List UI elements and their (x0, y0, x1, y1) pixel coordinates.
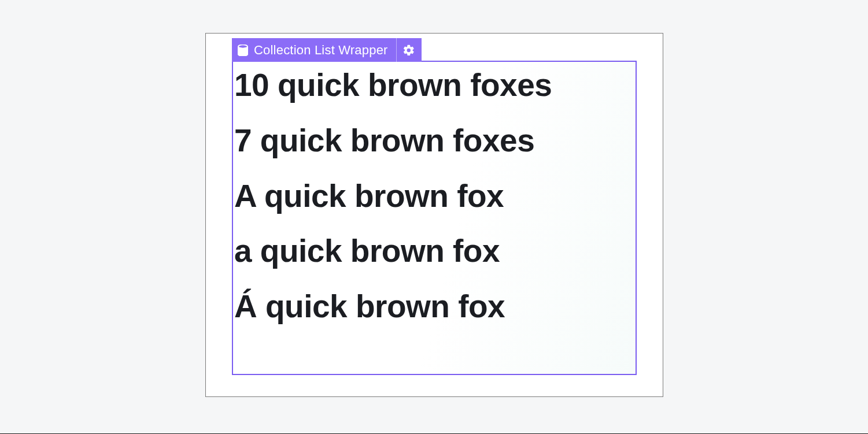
list-item[interactable]: a quick brown fox (234, 235, 634, 268)
gear-icon (402, 44, 415, 57)
list-item[interactable]: A quick brown fox (234, 180, 634, 213)
database-icon (238, 44, 248, 56)
element-settings-button[interactable] (396, 38, 422, 62)
canvas-frame: Collection List Wrapper 10 quick brown f… (205, 33, 663, 397)
element-tag-text: Collection List Wrapper (254, 43, 388, 58)
list-item[interactable]: Á quick brown fox (234, 290, 634, 324)
element-tag-label-area[interactable]: Collection List Wrapper (232, 38, 396, 62)
collection-list-wrapper[interactable]: Collection List Wrapper 10 quick brown f… (232, 61, 637, 375)
list-item[interactable]: 10 quick brown foxes (234, 69, 634, 102)
element-tag: Collection List Wrapper (232, 38, 422, 62)
collection-list[interactable]: 10 quick brown foxes 7 quick brown foxes… (234, 69, 634, 324)
list-item[interactable]: 7 quick brown foxes (234, 124, 634, 158)
